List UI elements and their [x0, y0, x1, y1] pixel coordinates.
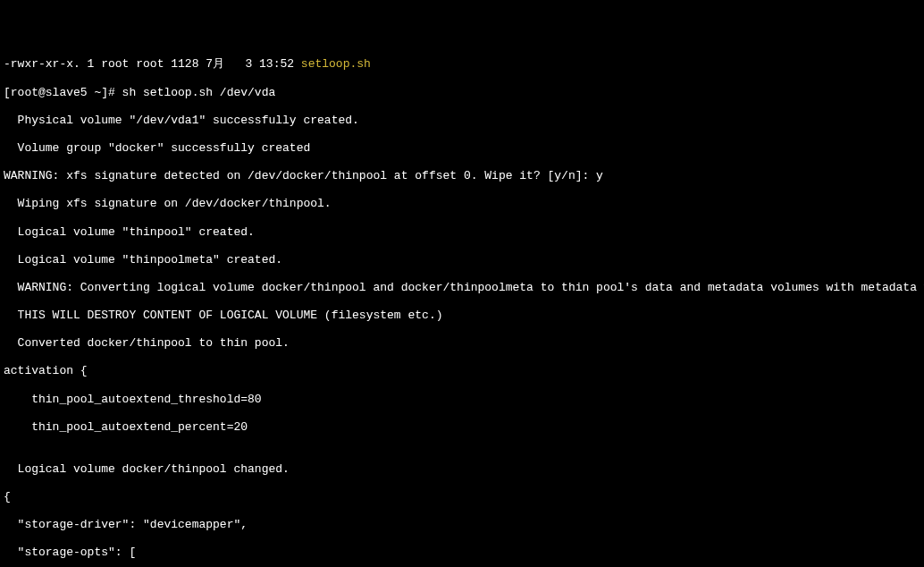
terminal-line: Converted docker/thinpool to thin pool.: [4, 336, 920, 351]
terminal-line: {: [4, 490, 920, 504]
terminal-line: Logical volume "thinpoolmeta" created.: [4, 253, 920, 267]
terminal-line: Wiping xfs signature on /dev/docker/thin…: [4, 197, 920, 211]
file-perms: -rwxr-xr-x. 1 root root 1128 7月 3 13:52: [4, 57, 301, 71]
terminal-line: Logical volume "thinpool" created.: [4, 225, 920, 240]
script-filename: setloop.sh: [301, 57, 371, 71]
terminal-line: activation {: [4, 364, 920, 378]
terminal-line: "storage-opts": [: [4, 546, 920, 560]
terminal-line: Physical volume "/dev/vda1" successfully…: [4, 114, 920, 128]
terminal-line: WARNING: xfs signature detected on /dev/…: [4, 169, 920, 183]
terminal-line: "storage-driver": "devicemapper",: [4, 518, 920, 532]
terminal-line: WARNING: Converting logical volume docke…: [4, 281, 920, 295]
ls-output-line: -rwxr-xr-x. 1 root root 1128 7月 3 13:52 …: [4, 57, 920, 72]
terminal-line: thin_pool_autoextend_threshold=80: [4, 393, 920, 407]
terminal-line: Logical volume docker/thinpool changed.: [4, 462, 920, 477]
terminal-line: Volume group "docker" successfully creat…: [4, 141, 920, 156]
terminal-line: THIS WILL DESTROY CONTENT OF LOGICAL VOL…: [4, 309, 920, 323]
terminal-line: [root@slave5 ~]# sh setloop.sh /dev/vda: [4, 86, 920, 100]
terminal-line: thin_pool_autoextend_percent=20: [4, 420, 920, 435]
